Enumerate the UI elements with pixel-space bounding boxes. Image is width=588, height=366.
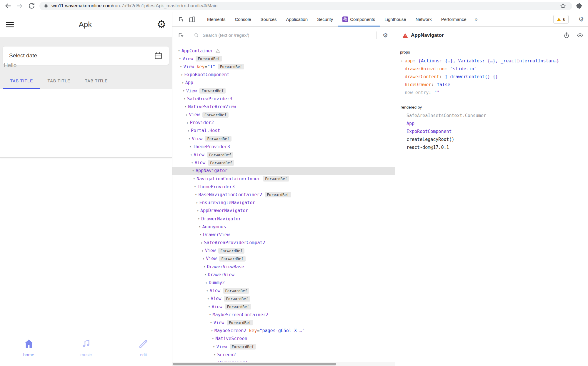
- expand-arrow-icon[interactable]: ▾: [210, 337, 215, 340]
- device-toolbar-icon[interactable]: [189, 16, 196, 23]
- expand-arrow-icon[interactable]: ▾: [184, 113, 189, 117]
- rendered-by-item[interactable]: createLegacyRoot(): [400, 136, 588, 144]
- tree-row[interactable]: ▾NativeSafeAreaView: [172, 103, 395, 111]
- prop-value[interactable]: "slide-in": [450, 66, 477, 71]
- devtools-tab-application[interactable]: Application: [281, 12, 312, 26]
- expand-arrow-icon[interactable]: ▾: [183, 105, 188, 108]
- expand-arrow-icon[interactable]: ▾: [179, 73, 184, 76]
- expand-arrow-icon[interactable]: ▾: [197, 225, 202, 228]
- tree-row[interactable]: ▾SafeAreaProvider3: [172, 95, 395, 103]
- tree-row[interactable]: ▾DrawerNavigator: [172, 215, 395, 223]
- devtools-tab-elements[interactable]: Elements: [202, 12, 230, 26]
- tree-row[interactable]: ▾ViewForwardRef: [172, 247, 395, 255]
- tree-row[interactable]: ▾ViewForwardRef: [172, 255, 395, 263]
- tree-row[interactable]: ▾ViewForwardRef: [172, 319, 395, 327]
- app-tab-3[interactable]: TAB TITLE: [78, 73, 115, 89]
- tree-row[interactable]: ▾DrawerViewBase: [172, 263, 395, 271]
- expand-arrow-icon[interactable]: ▾: [191, 177, 196, 180]
- expand-arrow-icon[interactable]: ▾: [182, 97, 187, 100]
- prop-row[interactable]: ▸app:{Actions: {…}, Variables: {…}, _rea…: [399, 57, 588, 65]
- tree-row[interactable]: ▾ViewForwardRef: [172, 87, 395, 95]
- app-tab-1[interactable]: TAB TITLE: [3, 73, 40, 89]
- tree-row[interactable]: ▾Portal.Host: [172, 127, 395, 135]
- expand-arrow-icon[interactable]: ▾: [195, 209, 200, 212]
- expand-arrow-icon[interactable]: ▾: [196, 217, 201, 220]
- more-tabs-icon[interactable]: »: [471, 16, 481, 22]
- tree-row[interactable]: ▾ViewForwardRef: [172, 303, 395, 311]
- components-search-input[interactable]: [202, 32, 374, 38]
- devtools-settings-gear-icon[interactable]: ⚙: [578, 16, 584, 22]
- rendered-by-item[interactable]: react-dom@17.0.1: [400, 144, 588, 152]
- expand-arrow-icon[interactable]: ▾: [194, 201, 199, 204]
- devtools-tab-console[interactable]: Console: [230, 12, 256, 26]
- tree-row[interactable]: ▾ViewForwardRef: [172, 343, 395, 351]
- lock-icon[interactable]: [44, 3, 49, 9]
- expand-arrow-icon[interactable]: ▾: [181, 89, 186, 92]
- eye-icon[interactable]: [577, 32, 583, 39]
- hamburger-menu-icon[interactable]: [6, 22, 14, 27]
- expand-arrow-icon[interactable]: ▾: [190, 161, 195, 164]
- expand-arrow-icon[interactable]: ▾: [194, 193, 199, 196]
- expand-arrow-icon[interactable]: ▾: [208, 313, 213, 316]
- tree-row[interactable]: ▾AppContainer: [172, 47, 395, 55]
- expand-arrow-icon[interactable]: ▾: [188, 145, 193, 148]
- expand-arrow-icon[interactable]: ▾: [185, 121, 190, 124]
- tree-row[interactable]: ▾NavigationContainerInnerForwardRef: [172, 175, 395, 183]
- nav-item-music[interactable]: music: [57, 335, 115, 366]
- devtools-tab-lighthouse[interactable]: Lighthouse: [380, 12, 411, 26]
- tree-row[interactable]: ▾MaybeScreenContainer2: [172, 311, 395, 319]
- tree-row[interactable]: ▾ViewForwardRef: [172, 159, 395, 167]
- expand-arrow-icon[interactable]: ▾: [177, 57, 182, 60]
- forward-icon[interactable]: [16, 2, 24, 10]
- tree-row[interactable]: ▾Screen2: [172, 351, 395, 359]
- inspect-element-icon[interactable]: [178, 16, 185, 23]
- tree-row[interactable]: ▾EnsureSingleNavigator: [172, 199, 395, 207]
- expand-arrow-icon[interactable]: ▾: [206, 297, 211, 300]
- tree-row[interactable]: ▾DrawerView: [172, 271, 395, 279]
- expand-arrow-icon[interactable]: ▾: [203, 273, 208, 276]
- expand-arrow-icon[interactable]: ▸: [399, 59, 405, 62]
- prop-value[interactable]: false: [437, 82, 450, 87]
- tree-row[interactable]: ▾ViewForwardRef: [172, 135, 395, 143]
- tree-row[interactable]: ▾ThemeProvider3: [172, 143, 395, 151]
- expand-arrow-icon[interactable]: ▾: [204, 281, 209, 285]
- tree-row[interactable]: ▾AppNavigator: [172, 167, 395, 175]
- tree-row[interactable]: ▾Anonymous: [172, 223, 395, 231]
- inspect-element-icon[interactable]: [178, 32, 185, 39]
- gear-icon[interactable]: ⚙: [157, 19, 166, 30]
- reload-icon[interactable]: [28, 2, 35, 10]
- nav-item-edit[interactable]: edit: [115, 335, 172, 366]
- issues-warning-badge[interactable]: 6: [553, 15, 569, 24]
- rendered-by-item[interactable]: SafeAreaInsetsContext.Consumer: [400, 112, 588, 120]
- tree-row[interactable]: ▾Dummy2: [172, 279, 395, 287]
- prop-row[interactable]: hideDrawer:false: [399, 81, 588, 89]
- tree-row[interactable]: ▾AppDrawerNavigator: [172, 207, 395, 215]
- expand-arrow-icon[interactable]: ▾: [202, 265, 207, 268]
- tree-row[interactable]: ▾BaseNavigationContainer2ForwardRef: [172, 191, 395, 199]
- scrollbar-thumb[interactable]: [173, 363, 336, 365]
- expand-arrow-icon[interactable]: ▾: [205, 289, 210, 292]
- tree-row[interactable]: ▾ViewForwardRef: [172, 295, 395, 303]
- expand-arrow-icon[interactable]: ▾: [200, 249, 205, 252]
- tree-row[interactable]: ▾Viewkey="1"ForwardRef: [172, 63, 395, 71]
- tree-row[interactable]: ▾ThemeProvider3: [172, 183, 395, 191]
- prop-row[interactable]: new entry:"": [399, 89, 588, 97]
- expand-arrow-icon[interactable]: ▾: [209, 329, 214, 332]
- expand-arrow-icon[interactable]: ▾: [187, 137, 192, 140]
- tree-row[interactable]: ▾ViewForwardRef: [172, 287, 395, 295]
- devtools-tab-performance[interactable]: Performance: [437, 12, 471, 26]
- devtools-tab-components[interactable]: Components: [338, 12, 380, 26]
- tree-row[interactable]: ▾MaybeScreen2key="pages-gC5ol_X_…": [172, 327, 395, 335]
- components-settings-gear-icon[interactable]: ⚙: [383, 32, 388, 38]
- tree-row[interactable]: ▾ViewForwardRef: [172, 151, 395, 159]
- address-bar[interactable]: wm11.wavemakeronline.com/run-7x9x2d8c1p/…: [39, 2, 572, 10]
- expand-arrow-icon[interactable]: ▾: [192, 185, 197, 188]
- tree-row[interactable]: ▾SafeAreaProviderCompat2: [172, 239, 395, 247]
- expand-arrow-icon[interactable]: ▾: [189, 153, 194, 157]
- app-tab-2[interactable]: TAB TITLE: [40, 73, 78, 89]
- nav-item-home[interactable]: home: [0, 335, 57, 366]
- calendar-icon[interactable]: [154, 51, 163, 60]
- expand-arrow-icon[interactable]: ▾: [211, 345, 216, 348]
- date-picker-field[interactable]: Select date: [3, 46, 169, 65]
- extensions-icon[interactable]: [576, 2, 583, 9]
